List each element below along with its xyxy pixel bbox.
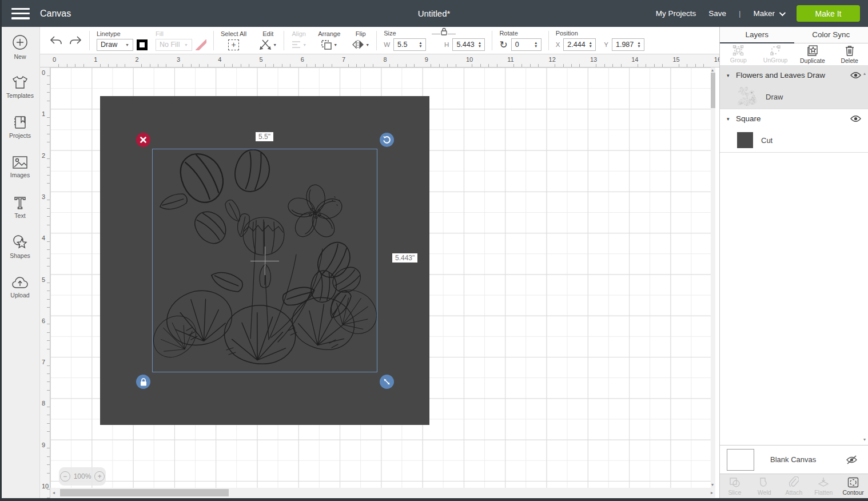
- photo-icon: [13, 156, 27, 169]
- panel-scroll-down-icon[interactable]: ▾: [863, 438, 866, 442]
- rotate-icon[interactable]: ↻: [499, 40, 507, 50]
- horizontal-scroll-thumb[interactable]: [60, 489, 229, 496]
- linetype-group: Linetype Draw ▼: [97, 30, 148, 51]
- scroll-up-icon[interactable]: ▴: [711, 68, 714, 73]
- weld-button[interactable]: Weld: [750, 474, 779, 498]
- position-y-stepper[interactable]: ▲▼: [635, 41, 644, 48]
- save-link[interactable]: Save: [708, 9, 726, 18]
- scroll-right-icon[interactable]: ▸: [711, 491, 713, 495]
- rotate-stepper[interactable]: ▲▼: [532, 41, 541, 48]
- layer-group-title: Flowers and Leaves Draw: [736, 71, 850, 79]
- layer-group-flowers[interactable]: ▾ Flowers and Leaves Draw Draw: [720, 66, 868, 109]
- collapse-icon[interactable]: ▾: [727, 116, 736, 122]
- layers-panel: Layers Color Sync Group UnGroup Duplicat…: [719, 27, 868, 501]
- ungroup-button[interactable]: UnGroup: [757, 43, 794, 65]
- make-it-button[interactable]: Make It: [797, 5, 860, 22]
- no-fill-swatch: [196, 39, 206, 50]
- selection-width-label: 5.5": [256, 132, 273, 141]
- height-input[interactable]: [453, 41, 476, 49]
- group-button[interactable]: Group: [720, 43, 757, 65]
- sidebar-item-new[interactable]: New: [0, 27, 40, 67]
- linetype-color-swatch[interactable]: [137, 39, 148, 50]
- caret-down-icon: ▼: [302, 43, 306, 47]
- flatten-button[interactable]: Flatten: [809, 474, 838, 498]
- slice-button[interactable]: Slice: [720, 474, 750, 498]
- size-group: Size W ▲▼ H ▲▼: [384, 30, 485, 51]
- resize-handle[interactable]: [380, 375, 394, 389]
- window-edge: [0, 0, 2, 501]
- rotate-handle[interactable]: [380, 133, 394, 147]
- machine-selector[interactable]: Maker: [753, 9, 784, 18]
- letter-t-icon: [13, 196, 27, 209]
- selection-height-label: 5.443": [392, 253, 417, 263]
- flip-button[interactable]: Flip ▼: [352, 30, 369, 51]
- width-stepper[interactable]: ▲▼: [417, 41, 425, 48]
- scroll-left-icon[interactable]: ◂: [53, 491, 55, 495]
- arrange-button[interactable]: Arrange ▼: [318, 30, 340, 51]
- blank-canvas-swatch[interactable]: [727, 449, 754, 471]
- vertical-scrollbar[interactable]: ▴ ▾: [711, 67, 715, 488]
- layer-row-cut[interactable]: Cut: [720, 128, 868, 152]
- slice-icon: [729, 477, 740, 488]
- layer-row-draw[interactable]: Draw: [720, 85, 868, 109]
- sidebar-item-shapes[interactable]: Shapes: [0, 227, 40, 267]
- tab-layers[interactable]: Layers: [720, 27, 794, 43]
- lock-handle[interactable]: [136, 375, 150, 389]
- undo-icon[interactable]: [49, 35, 63, 46]
- lock-icon: [440, 27, 448, 35]
- resize-diagonal-icon: [383, 378, 391, 385]
- scroll-down-icon[interactable]: ▾: [711, 483, 714, 487]
- rotate-group: Rotate ↻ ▲▼: [499, 30, 541, 51]
- fill-select[interactable]: No Fill ▼: [156, 39, 192, 51]
- width-input[interactable]: [394, 41, 417, 49]
- horizontal-scrollbar[interactable]: ◂ ▸: [50, 488, 715, 498]
- edit-button[interactable]: Edit ▼: [259, 30, 277, 51]
- align-button[interactable]: Align ▼: [291, 30, 306, 51]
- width-field: ▲▼: [393, 38, 426, 51]
- select-all-button[interactable]: Select All +: [221, 30, 246, 51]
- contour-button[interactable]: Contour: [838, 474, 868, 498]
- vertical-scroll-thumb[interactable]: [711, 73, 715, 108]
- blank-canvas-row[interactable]: Blank Canvas: [720, 445, 868, 474]
- redo-icon[interactable]: [69, 35, 82, 46]
- height-stepper[interactable]: ▲▼: [476, 41, 484, 48]
- position-x-stepper[interactable]: ▲▼: [587, 41, 595, 48]
- plus-circle-icon: [12, 34, 28, 50]
- linetype-select[interactable]: Draw ▼: [97, 39, 133, 51]
- position-x-input[interactable]: [564, 41, 587, 49]
- layer-group-header[interactable]: ▾ Square: [720, 109, 868, 128]
- slice-label: Slice: [728, 489, 742, 496]
- rotate-input[interactable]: [512, 41, 532, 49]
- zoom-in-button[interactable]: +: [94, 471, 105, 482]
- tshirt-icon: [13, 75, 27, 89]
- duplicate-button[interactable]: Duplicate: [794, 43, 831, 65]
- sidebar-item-text[interactable]: Text: [0, 187, 40, 227]
- hamburger-menu-icon[interactable]: [11, 8, 30, 19]
- flatten-label: Flatten: [814, 489, 833, 496]
- star-circle-icon: [13, 235, 27, 249]
- sidebar-item-projects[interactable]: Projects: [0, 107, 40, 147]
- tab-color-sync[interactable]: Color Sync: [794, 27, 868, 43]
- size-lock[interactable]: [432, 27, 456, 35]
- sidebar-item-upload[interactable]: Upload: [0, 267, 40, 307]
- design-canvas[interactable]: 012345678910111213141516 012345678910: [40, 54, 719, 501]
- layer-group-square[interactable]: ▾ Square Cut: [720, 109, 868, 153]
- zoom-out-button[interactable]: −: [60, 471, 70, 482]
- sidebar-item-images[interactable]: Images: [0, 147, 40, 187]
- attach-button[interactable]: Attach: [779, 474, 809, 498]
- visibility-off-icon[interactable]: [846, 455, 858, 464]
- delete-handle[interactable]: [136, 133, 150, 147]
- layer-group-header[interactable]: ▾ Flowers and Leaves Draw: [720, 66, 868, 85]
- align-icon: [291, 40, 301, 49]
- visibility-eye-icon[interactable]: [850, 71, 861, 79]
- collapse-icon[interactable]: ▾: [727, 73, 736, 78]
- sidebar-item-label: Shapes: [10, 252, 30, 259]
- panel-scroll-up-icon[interactable]: ▴: [863, 71, 866, 76]
- position-y-input[interactable]: [612, 41, 635, 49]
- my-projects-link[interactable]: My Projects: [656, 9, 696, 18]
- selection-bounding-box[interactable]: [152, 149, 377, 372]
- delete-button[interactable]: Delete: [831, 43, 868, 65]
- sidebar-item-templates[interactable]: Templates: [0, 67, 40, 107]
- rotate-field: ▲▼: [511, 38, 541, 51]
- visibility-eye-icon[interactable]: [850, 115, 861, 122]
